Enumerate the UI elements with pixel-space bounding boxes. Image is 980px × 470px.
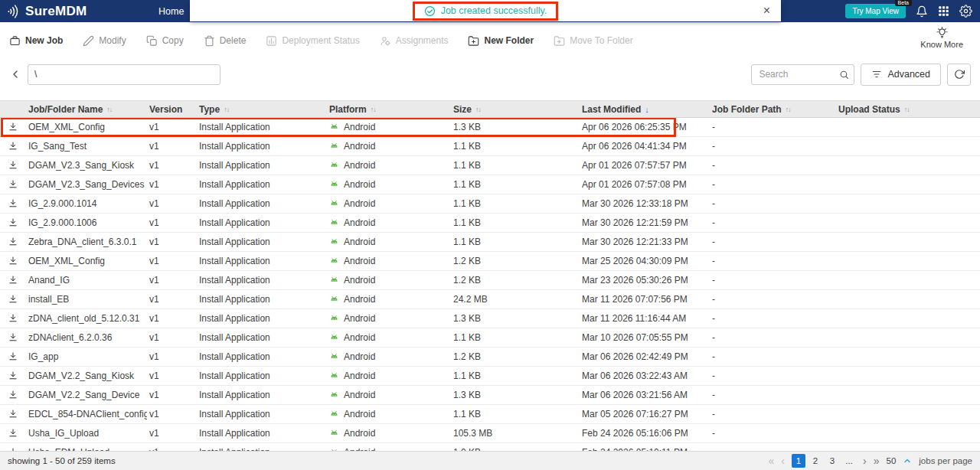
download-icon[interactable]: [8, 198, 18, 209]
column-header-last-modified[interactable]: Last Modified↓: [580, 104, 710, 115]
try-map-view-button[interactable]: Try Map View Beta: [845, 4, 906, 18]
table-header: Job/Folder Name↑↓VersionType↑↓Platform↑↓…: [0, 100, 980, 118]
bell-icon[interactable]: [916, 5, 928, 18]
table-row[interactable]: IG_2.9.000.1006v1Install ApplicationAndr…: [0, 214, 980, 233]
toolbar: New JobModifyCopyDeleteDeployment Status…: [0, 22, 980, 59]
job-last-modified: Mar 06 2026 03:21:56 AM: [580, 390, 710, 400]
close-icon[interactable]: ×: [763, 5, 770, 17]
prev-page-button[interactable]: ‹: [781, 455, 785, 466]
search-icon[interactable]: [839, 70, 849, 80]
table-row[interactable]: IG_appv1Install ApplicationAndroid1.2 KB…: [0, 348, 980, 367]
job-size: 1.1 KB: [451, 370, 580, 381]
table-row[interactable]: OEM_XML_Configv1Install ApplicationAndro…: [0, 118, 980, 137]
assignments-icon: [380, 35, 391, 47]
column-header-upload-status[interactable]: Upload Status↑↓: [836, 104, 980, 115]
download-icon[interactable]: [8, 370, 18, 381]
table-row[interactable]: DGAM_V2.2_Sang_Devicev1Install Applicati…: [0, 386, 980, 405]
download-icon[interactable]: [8, 428, 18, 439]
folder-path-input[interactable]: [28, 64, 220, 85]
table-row[interactable]: DGAM_V2.2_Sang_Kioskv1Install Applicatio…: [0, 367, 980, 386]
platform-label: Android: [344, 409, 375, 419]
know-more-button[interactable]: Know More: [920, 26, 963, 49]
table-row[interactable]: Zebra_DNA_client_6.3.0.1v1Install Applic…: [0, 233, 980, 252]
sort-icon[interactable]: ↑↓: [371, 106, 376, 113]
download-icon[interactable]: [8, 275, 18, 286]
top-bar: SureMDM Home Job created successfully. ×…: [0, 0, 980, 22]
column-label: Job/Folder Name: [28, 104, 103, 115]
toolbar-new-job-button[interactable]: New Job: [9, 35, 63, 47]
job-size: 1.2 KB: [451, 256, 580, 266]
download-icon[interactable]: [8, 294, 18, 305]
toolbar-new-folder-button[interactable]: New Folder: [468, 35, 534, 47]
sort-icon[interactable]: ↑↓: [224, 106, 229, 113]
column-header-job-folder-path[interactable]: Job Folder Path↑↓: [710, 104, 836, 115]
first-page-button[interactable]: «: [769, 455, 775, 466]
back-chevron-icon[interactable]: [9, 68, 21, 80]
download-icon[interactable]: [8, 313, 18, 324]
table-row[interactable]: install_EBv1Install ApplicationAndroid24…: [0, 290, 980, 309]
sort-icon[interactable]: ↑↓: [475, 106, 481, 113]
refresh-button[interactable]: [947, 64, 971, 86]
job-last-modified: Mar 06 2026 03:22:43 AM: [580, 370, 710, 381]
download-icon[interactable]: [8, 409, 18, 419]
toolbar-delete-button[interactable]: Delete: [204, 35, 247, 47]
job-last-modified: Mar 11 2026 11:16:44 AM: [580, 313, 710, 324]
job-size: 1.1 KB: [451, 141, 580, 152]
toolbar-copy-button[interactable]: Copy: [146, 35, 184, 47]
apps-grid-icon[interactable]: [938, 5, 949, 17]
job-version: v1: [147, 370, 197, 381]
table-row[interactable]: DGAM_V2.3_Sang_Devicesv1Install Applicat…: [0, 175, 980, 194]
download-icon[interactable]: [8, 160, 18, 171]
path-bar: Advanced: [0, 59, 980, 90]
column-header-type[interactable]: Type↑↓: [197, 104, 327, 115]
sort-desc-icon[interactable]: ↓: [645, 105, 649, 114]
download-icon[interactable]: [8, 332, 18, 343]
pathbar-right-actions: Advanced: [751, 64, 971, 86]
platform-label: Android: [344, 160, 375, 171]
page-button[interactable]: 2: [808, 454, 822, 468]
job-folder-path: -: [710, 390, 836, 400]
table-row[interactable]: IG_2.9.000.1014v1Install ApplicationAndr…: [0, 194, 980, 214]
table-row[interactable]: OEM_XML_Configv1Install ApplicationAndro…: [0, 252, 980, 271]
tab-home[interactable]: Home: [158, 6, 184, 17]
download-icon[interactable]: [8, 141, 18, 152]
job-version: v1: [147, 179, 197, 190]
download-icon[interactable]: [8, 351, 18, 362]
sort-icon[interactable]: ↑↓: [106, 106, 112, 113]
table-row[interactable]: EDCL_854-DNAClient_configv1Install Appli…: [0, 405, 980, 424]
toolbar-modify-button[interactable]: Modify: [83, 35, 126, 47]
table-row[interactable]: Anand_IGv1Install ApplicationAndroid1.2 …: [0, 271, 980, 290]
gear-icon[interactable]: [959, 5, 972, 18]
next-page-button[interactable]: ›: [863, 455, 867, 466]
table-row[interactable]: IG_Sang_Testv1Install ApplicationAndroid…: [0, 137, 980, 156]
job-version: v1: [147, 141, 197, 152]
job-folder-path: -: [710, 237, 836, 247]
page-button[interactable]: 3: [825, 454, 839, 468]
job-last-modified: Mar 23 2026 05:30:26 PM: [580, 275, 710, 286]
table-row[interactable]: DGAM_V2.3_Sang_Kioskv1Install Applicatio…: [0, 156, 980, 175]
download-icon[interactable]: [8, 256, 18, 266]
advanced-search-button[interactable]: Advanced: [861, 64, 941, 86]
job-folder-path: -: [710, 294, 836, 305]
job-version: v1: [147, 332, 197, 343]
table-row[interactable]: zDNAclient_6.2.0.36v1Install Application…: [0, 328, 980, 348]
download-icon[interactable]: [8, 217, 18, 228]
download-icon[interactable]: [8, 390, 18, 400]
column-header-size[interactable]: Size↑↓: [451, 104, 580, 115]
page-button[interactable]: ...: [842, 454, 856, 468]
table-row[interactable]: zDNA_client_old_5.12.0.31v1Install Appli…: [0, 309, 980, 328]
sort-icon[interactable]: ↑↓: [786, 106, 791, 113]
last-page-button[interactable]: »: [874, 455, 880, 466]
page-size-value[interactable]: 50: [887, 456, 897, 465]
download-icon[interactable]: [8, 122, 18, 132]
app-logo: SureMDM: [6, 4, 87, 19]
download-icon[interactable]: [8, 179, 18, 190]
chevron-up-icon[interactable]: [903, 456, 912, 465]
sort-icon[interactable]: ↑↓: [904, 106, 910, 113]
page-button[interactable]: 1: [792, 454, 805, 468]
download-icon[interactable]: [8, 237, 18, 247]
column-header-job-folder-name[interactable]: Job/Folder Name↑↓: [26, 104, 147, 115]
table-row[interactable]: Usha_IG_Uploadv1Install ApplicationAndro…: [0, 424, 980, 443]
job-folder-path: -: [710, 160, 836, 171]
column-header-platform[interactable]: Platform↑↓: [327, 104, 451, 115]
